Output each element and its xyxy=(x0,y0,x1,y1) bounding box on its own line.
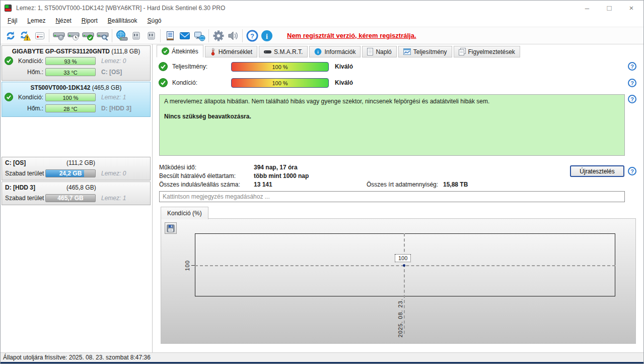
toolbar-separator xyxy=(160,29,161,42)
partition-panel-d[interactable]: D: [HDD 3](465,8 GB) Szabad terület 465,… xyxy=(2,181,151,205)
chart-icon xyxy=(403,48,411,55)
disk-offline-icon[interactable] xyxy=(129,29,144,43)
app-icon xyxy=(4,4,12,12)
tab-information[interactable]: i Információk xyxy=(309,46,361,57)
close-button[interactable]: × xyxy=(620,1,642,15)
condition-label: Kondíció: xyxy=(16,94,43,101)
performance-rating: Kiváló xyxy=(335,63,353,70)
performance-label: Teljesítmény: xyxy=(172,63,231,70)
report-icon[interactable] xyxy=(32,29,47,43)
help-icon[interactable]: ? xyxy=(628,79,636,87)
disk-1-temp-row: Hőm.: 28 °C D: [HDD 3] xyxy=(2,103,150,113)
help-icon[interactable]: ? xyxy=(628,167,636,175)
save-chart-button[interactable] xyxy=(165,222,177,234)
tab-label: Teljesítmény xyxy=(413,48,447,55)
thermometer-icon xyxy=(210,48,216,55)
stat-value: 13 141 xyxy=(254,181,310,188)
tab-log[interactable]: Napló xyxy=(362,46,396,57)
sounds-icon[interactable] xyxy=(226,29,240,43)
refresh-problems-icon[interactable] xyxy=(18,29,32,43)
partition-panel-c[interactable]: C: [OS](111,2 GB) Szabad terület 24,2 GB… xyxy=(2,157,151,180)
document-icon xyxy=(367,48,373,55)
drive-letter-label: C: [OS] xyxy=(101,69,122,76)
toolbar-separator xyxy=(49,29,49,42)
health-status-text: A merevlemez állapota hibátlan. Nem talá… xyxy=(164,98,620,105)
help-icon[interactable]: ? xyxy=(628,62,636,71)
disk-accept-icon[interactable] xyxy=(81,29,95,43)
disk-panel-1-selected[interactable]: ST500VT000-1DK142 (465,8 GB) Kondíció: 1… xyxy=(2,82,151,117)
help-icon[interactable]: ? xyxy=(628,95,636,103)
info-icon[interactable]: i xyxy=(259,29,274,43)
partition-c-size: (111,2 GB) xyxy=(66,159,95,166)
temp-label: Hőm.: xyxy=(16,69,43,76)
menu-file[interactable]: Fájl xyxy=(3,16,22,27)
title-bar: Lemez: 1, ST500VT000-1DK142 [WBYA6KTR] -… xyxy=(1,1,643,16)
statistics: Működési idő: 394 nap, 17 óra Becsült há… xyxy=(159,163,468,189)
partition-c-header: C: [OS](111,2 GB) xyxy=(2,157,150,167)
disk-0-name: GIGABYTE GP-GSTFS31120GNTD xyxy=(12,48,110,55)
refresh-icon[interactable] xyxy=(3,29,18,43)
temp-bar: 33 °C xyxy=(45,68,96,76)
free-space-value: 24,2 GB xyxy=(59,170,82,177)
stat-value: 15,88 TB xyxy=(443,181,468,188)
settings-gear-icon[interactable] xyxy=(211,29,226,43)
menu-help[interactable]: Súgó xyxy=(142,16,166,27)
tab-smart[interactable]: S.M.A.R.T. xyxy=(259,46,308,57)
help-icon[interactable]: ? xyxy=(245,29,259,43)
comment-input[interactable] xyxy=(159,191,625,202)
window-controls: – □ × xyxy=(576,1,642,15)
disk-online-icon[interactable] xyxy=(144,29,158,43)
tab-label: Áttekintés xyxy=(172,48,198,55)
stat-value: több mint 1000 nap xyxy=(254,172,309,179)
free-space-bar: 465,7 GB xyxy=(45,194,96,202)
chart-data-point xyxy=(403,264,405,267)
remote-monitor-icon[interactable] xyxy=(192,29,206,43)
free-space-label: Szabad terület xyxy=(5,170,45,177)
menu-view[interactable]: Nézet xyxy=(50,16,76,27)
toolbar-separator xyxy=(242,29,243,42)
tab-label: S.M.A.R.T. xyxy=(274,48,303,55)
mail-icon[interactable] xyxy=(177,29,192,43)
partition-d-header: D: [HDD 3](465,8 GB) xyxy=(2,182,150,192)
stat-label: Összes írt adatmennyiség: xyxy=(367,181,443,188)
y-axis-tick-label: 100 xyxy=(184,255,190,276)
disk-number-label: Lemez: 0 xyxy=(101,57,126,65)
maximize-button[interactable]: □ xyxy=(598,1,620,15)
partition-d-drive: D: [HDD 3] xyxy=(5,184,66,191)
pages-icon xyxy=(459,48,466,55)
condition-bar: 100 % xyxy=(45,93,96,101)
partition-d-size: (465,8 GB) xyxy=(66,184,96,191)
disk-icon xyxy=(264,49,271,54)
menu-settings[interactable]: Beállítások xyxy=(103,16,142,27)
menu-report[interactable]: Riport xyxy=(77,16,103,27)
performance-bar: 100 % xyxy=(231,62,329,72)
svg-text:?: ? xyxy=(250,32,254,39)
chart-tab-condition[interactable]: Kondíció (%) xyxy=(161,207,208,219)
free-space-value: 465,7 GB xyxy=(57,195,83,202)
disk-schedule-icon[interactable] xyxy=(66,29,81,43)
app-window: Lemez: 1, ST500VT000-1DK142 [WBYA6KTR] -… xyxy=(0,0,644,364)
minimize-button[interactable]: – xyxy=(576,1,598,15)
retest-button[interactable]: Újratesztelés xyxy=(570,165,624,177)
disk-panel-0[interactable]: GIGABYTE GP-GSTFS31120GNTD (111,8 GB) Ko… xyxy=(2,45,151,81)
tab-temperature[interactable]: Hőmérséklet xyxy=(205,46,257,57)
health-status-box: A merevlemez állapota hibátlan. Nem talá… xyxy=(159,94,625,156)
disk-1-header: ST500VT000-1DK142 (465,8 GB) xyxy=(2,82,150,91)
disk-1-size: (465,8 GB) xyxy=(92,84,122,91)
disk-detect-icon[interactable] xyxy=(51,29,66,43)
status-ok-icon xyxy=(159,78,168,87)
comment-notes-icon[interactable] xyxy=(163,29,177,43)
tab-overview[interactable]: Áttekintés xyxy=(157,45,203,57)
stat-row-start-stop: Összes indulás/leállás száma: 13 141 Öss… xyxy=(159,180,468,189)
window-title: Lemez: 1, ST500VT000-1DK142 [WBYA6KTR] -… xyxy=(16,5,225,12)
register-notice-link[interactable]: Nem regisztrált verzió, kérem regisztrál… xyxy=(287,32,416,39)
tab-performance[interactable]: Teljesítmény xyxy=(398,46,452,57)
tab-alerts[interactable]: Figyelmeztetések xyxy=(454,46,520,57)
disk-number-label: Lemez: 1 xyxy=(101,94,126,101)
network-disk-icon[interactable] xyxy=(114,29,129,43)
disk-test-icon[interactable] xyxy=(95,29,110,43)
performance-row: Teljesítmény: 100 % Kiváló xyxy=(159,62,353,72)
x-axis-tick-label: 2025. 08. 23. xyxy=(397,298,403,340)
menu-disk[interactable]: Lemez xyxy=(22,16,50,27)
floppy-save-icon xyxy=(167,224,175,232)
